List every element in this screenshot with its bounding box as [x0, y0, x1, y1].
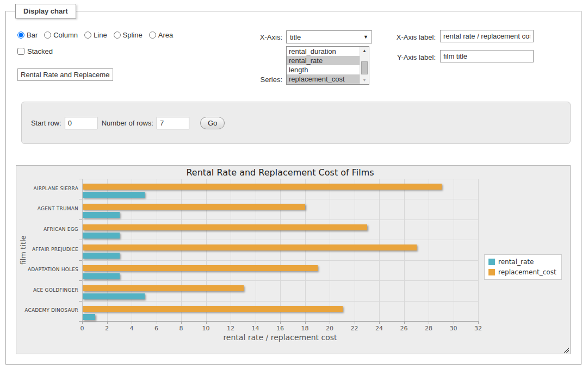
chart-legend: rental_ratereplacement_cost: [484, 254, 562, 280]
chart-x-axis-title: rental rate / replacement cost: [82, 333, 478, 342]
gridline: [82, 260, 478, 261]
stacked-checkbox[interactable]: [17, 48, 24, 55]
row-range-panel: Start row: Number of rows: Go: [21, 102, 571, 144]
series-listbox[interactable]: rental_duration rental_rate length repla…: [286, 46, 369, 85]
bar-rental_rate: [83, 253, 120, 259]
bar-rental_rate: [83, 212, 120, 218]
bar-replacement_cost: [83, 244, 417, 250]
bar-replacement_cost: [83, 265, 318, 271]
gridline: [82, 240, 478, 240]
chart-type-radio-group: Bar Column Line Spline Area: [17, 31, 176, 39]
chart-title: Rental Rate and Replacement Cost of Film…: [82, 167, 478, 178]
category-label: ACE GOLDFINGER: [16, 287, 78, 293]
bar-replacement_cost: [83, 204, 305, 210]
start-row-label: Start row:: [31, 119, 61, 127]
legend-swatch-icon: [488, 269, 495, 275]
category-label: AIRPLANE SIERRA: [16, 186, 78, 191]
radio-option-area[interactable]: Area: [149, 31, 173, 39]
x-tick-label: 22: [344, 325, 366, 332]
num-rows-input[interactable]: [157, 117, 189, 129]
scroll-up-icon[interactable]: ▲: [360, 47, 369, 55]
category-label: AFRICAN EGG: [16, 227, 78, 232]
chevron-down-icon: ▼: [363, 34, 368, 40]
scroll-down-icon[interactable]: ▼: [360, 76, 369, 84]
bar-radio-label: Bar: [27, 31, 38, 39]
series-option-rental-duration[interactable]: rental_duration: [287, 47, 360, 56]
series-option-rental-rate[interactable]: rental_rate: [287, 56, 360, 65]
page: Display chart Bar Column Line Spline Are…: [0, 0, 588, 370]
series-options: rental_duration rental_rate length repla…: [287, 47, 360, 84]
x-tick-label: 4: [121, 325, 143, 332]
x-tick-label: 12: [220, 325, 242, 332]
chart-panel: Rental Rate and Replacement Cost of Film…: [16, 165, 571, 354]
x-axis-label-input[interactable]: [440, 30, 534, 42]
gridline: [82, 220, 478, 220]
num-rows-label: Number of rows:: [102, 119, 153, 127]
spline-radio[interactable]: [114, 32, 121, 39]
category-label: ACADEMY DINOSAUR: [16, 308, 78, 313]
start-row-input[interactable]: [65, 117, 97, 129]
gridline: [82, 301, 478, 302]
series-option-length[interactable]: length: [287, 65, 360, 74]
bar-radio[interactable]: [17, 32, 24, 39]
line-radio[interactable]: [84, 32, 91, 39]
bar-replacement_cost: [83, 184, 442, 190]
column-radio-label: Column: [53, 31, 78, 39]
bar-chart: Rental Rate and Replacement Cost of Film…: [16, 166, 570, 354]
gridline: [82, 199, 478, 199]
radio-option-line[interactable]: Line: [84, 31, 107, 39]
x-axis-label-field-label: X-Axis label:: [376, 33, 436, 41]
series-option-replacement-cost[interactable]: replacement_cost: [287, 74, 360, 84]
series-scrollbar[interactable]: ▲ ▼: [360, 47, 369, 84]
area-radio[interactable]: [149, 32, 156, 39]
x-tick-label: 20: [319, 325, 341, 332]
category-label: AGENT TRUMAN: [16, 206, 78, 211]
radio-option-spline[interactable]: Spline: [114, 31, 143, 39]
legend-item-rental_rate[interactable]: rental_rate: [488, 258, 556, 266]
x-tick-label: 28: [418, 325, 440, 332]
series-list-label: Series:: [234, 76, 282, 84]
x-axis-line: [82, 321, 478, 322]
stacked-label: Stacked: [27, 47, 53, 55]
x-tick-label: 32: [467, 325, 489, 332]
y-axis-label-input[interactable]: [440, 50, 534, 62]
x-tick-label: 16: [269, 325, 291, 332]
legend-item-replacement_cost[interactable]: replacement_cost: [488, 268, 556, 276]
x-tick-label: 26: [393, 325, 415, 332]
chart-title-input[interactable]: [17, 68, 113, 81]
x-tick-label: 14: [245, 325, 267, 332]
legend-label: rental_rate: [498, 258, 534, 266]
fieldset-title: Display chart: [15, 4, 76, 18]
bar-rental_rate: [83, 293, 145, 299]
radio-option-bar[interactable]: Bar: [17, 31, 38, 39]
scrollbar-thumb[interactable]: [361, 61, 368, 74]
legend-label: replacement_cost: [498, 268, 556, 276]
bar-rental_rate: [83, 192, 145, 198]
bar-replacement_cost: [83, 285, 244, 291]
column-radio[interactable]: [44, 32, 51, 39]
stacked-checkbox-row[interactable]: Stacked: [17, 47, 53, 55]
gridline: [82, 179, 478, 179]
legend-swatch-icon: [488, 259, 495, 265]
bar-replacement_cost: [83, 306, 343, 312]
spline-radio-label: Spline: [123, 31, 143, 39]
y-axis-label-field-label: Y-Axis label:: [376, 53, 436, 61]
x-tick-label: 10: [195, 325, 217, 332]
x-axis-select-label: X-Axis:: [234, 33, 282, 41]
bar-replacement_cost: [83, 224, 367, 230]
x-axis-select[interactable]: title ▼: [286, 30, 372, 43]
go-button[interactable]: Go: [200, 117, 225, 129]
gridline: [429, 179, 429, 321]
bar-rental_rate: [83, 273, 120, 279]
radio-option-column[interactable]: Column: [44, 31, 78, 39]
line-radio-label: Line: [94, 31, 107, 39]
category-label: ADAPTATION HOLES: [16, 267, 78, 272]
x-tick-label: 0: [71, 325, 93, 332]
x-tick-label: 18: [294, 325, 316, 332]
gridline: [82, 280, 478, 281]
x-tick-label: 6: [146, 325, 168, 332]
area-radio-label: Area: [158, 31, 173, 39]
x-tick-label: 2: [96, 325, 118, 332]
bar-rental_rate: [83, 314, 95, 320]
gridline: [478, 179, 479, 321]
